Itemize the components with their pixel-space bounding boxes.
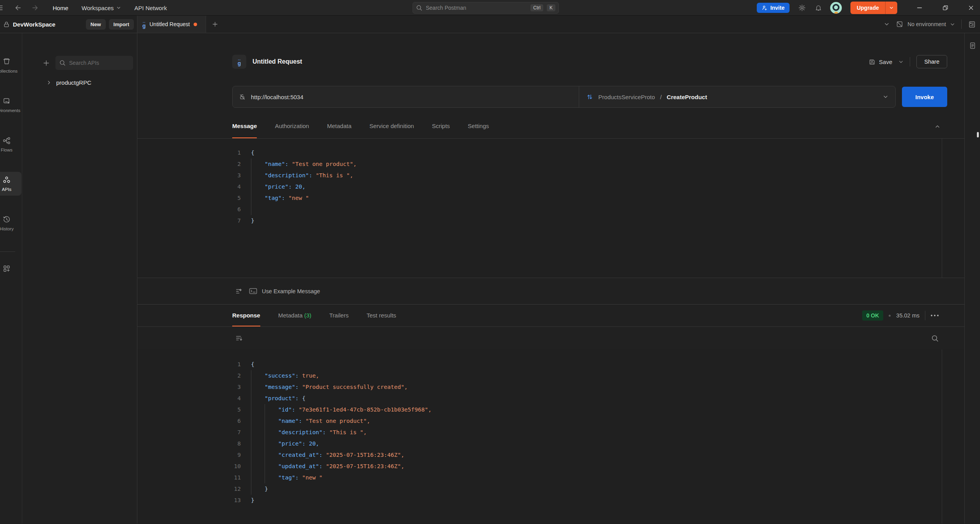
app-topbar: Home Workspaces API Network Search Postm… <box>0 0 980 16</box>
code-line: 4 "product": { <box>232 393 947 404</box>
beautify-icon[interactable] <box>235 287 243 295</box>
tree-item-label: productgRPC <box>56 79 91 86</box>
rail-item-apis[interactable]: APIs <box>0 172 21 196</box>
code-line: 5 "id": "7e3e61f1-1ed4-47cb-852b-cb1b03e… <box>232 404 947 415</box>
window-restore-icon[interactable] <box>942 4 949 11</box>
workspace-name[interactable]: DevWorkSpace <box>13 21 55 28</box>
search-icon <box>59 60 66 66</box>
environment-selector[interactable]: No environment <box>896 20 955 28</box>
message-editor[interactable]: 1{2 "name": "Test one product",3 "descri… <box>137 139 964 278</box>
line-number: 8 <box>232 438 241 449</box>
line-number: 2 <box>232 159 241 170</box>
tab-scripts[interactable]: Scripts <box>432 114 450 138</box>
line-number: 1 <box>232 359 241 370</box>
rail-item-collections[interactable]: Collections <box>0 53 21 77</box>
method-chevron-icon[interactable] <box>883 94 888 100</box>
tab-test-results[interactable]: Test results <box>366 305 396 326</box>
tab-service-definition[interactable]: Service definition <box>369 114 414 138</box>
settings-gear-icon[interactable] <box>798 4 806 12</box>
line-number: 12 <box>232 483 241 495</box>
search-icon <box>416 5 422 11</box>
use-example-message-button[interactable]: Use Example Message <box>249 288 320 294</box>
upgrade-button[interactable]: Upgrade <box>850 2 897 14</box>
request-pane: ↔g Untitled Request Save Share <box>137 33 964 524</box>
back-arrow-icon[interactable] <box>14 4 21 12</box>
service-name: ProductsServiceProto <box>598 94 655 100</box>
code-line: 11 "tag": "new " <box>232 472 947 483</box>
invite-button[interactable]: Invite <box>757 3 790 13</box>
nav-home[interactable]: Home <box>53 5 68 11</box>
workspace-header: DevWorkSpace New Import <box>0 16 137 33</box>
line-number: 7 <box>232 215 241 226</box>
new-tab-button[interactable] <box>206 16 224 33</box>
tab-message[interactable]: Message <box>232 114 257 138</box>
environments-icon <box>2 97 11 105</box>
code-line: 7} <box>232 215 947 226</box>
new-button[interactable]: New <box>86 19 106 30</box>
insecure-lock-icon <box>239 93 246 100</box>
collections-icon <box>2 57 11 66</box>
share-button[interactable]: Share <box>916 55 947 68</box>
method-selector[interactable]: ProductsServiceProto / CreateProduct <box>579 86 895 107</box>
request-tab[interactable]: ↔g Untitled Request <box>137 16 206 33</box>
notifications-bell-icon[interactable] <box>815 4 822 12</box>
rail-item-flows[interactable]: Flows <box>0 132 21 156</box>
server-url-input[interactable]: http://localhost:5034 <box>233 86 579 107</box>
search-response-icon[interactable] <box>931 335 939 342</box>
configure-sidebar-icon[interactable] <box>0 263 21 274</box>
tab-settings[interactable]: Settings <box>468 114 489 138</box>
forward-arrow-icon[interactable] <box>32 4 39 12</box>
tree-item-productgrpc[interactable]: productgRPC <box>22 75 137 90</box>
response-editor[interactable]: 1{2 "success": true,3 "message": "Produc… <box>137 349 964 524</box>
code-line: 10 "updated_at": "2025-07-15T16:23:46Z", <box>232 461 947 472</box>
window-minimize-icon[interactable] <box>916 4 923 11</box>
scrollbar-thumb[interactable] <box>977 132 979 137</box>
upgrade-chevron-icon[interactable] <box>885 2 897 14</box>
request-tabstrip: ↔g Untitled Request No environment <box>137 16 980 33</box>
rail-item-history[interactable]: History <box>0 211 21 235</box>
shortcut-k: K <box>547 4 555 11</box>
sidebar-search-input[interactable]: Search APIs <box>55 56 133 70</box>
request-title[interactable]: Untitled Request <box>253 58 302 65</box>
global-search-input[interactable]: Search Postman Ctrl K <box>413 2 559 14</box>
more-options-icon[interactable] <box>931 315 939 316</box>
line-number: 2 <box>232 370 241 381</box>
unsaved-dot-icon <box>194 23 197 26</box>
tab-authorization[interactable]: Authorization <box>275 114 309 138</box>
history-icon <box>2 215 11 224</box>
collapse-section-chevron-icon[interactable] <box>935 124 940 129</box>
environment-quick-look-icon[interactable] <box>968 20 976 29</box>
tab-list-chevron-icon[interactable] <box>884 21 889 27</box>
tab-response[interactable]: Response <box>232 305 260 326</box>
search-placeholder: Search Postman <box>426 5 527 11</box>
tab-metadata[interactable]: Metadata <box>327 114 352 138</box>
nav-workspaces[interactable]: Workspaces <box>82 5 121 11</box>
user-avatar[interactable] <box>830 2 842 14</box>
chevron-down-icon <box>116 5 121 10</box>
invoke-button[interactable]: Invoke <box>902 87 947 107</box>
save-button[interactable]: Save <box>869 59 892 65</box>
nav-api-network[interactable]: API Network <box>134 5 167 11</box>
environment-label: No environment <box>907 21 946 27</box>
documentation-icon[interactable] <box>969 42 976 50</box>
tab-response-metadata[interactable]: Metadata (3) <box>278 305 311 326</box>
chevron-right-icon <box>46 80 52 85</box>
server-url: http://localhost:5034 <box>251 94 303 100</box>
main-menu-icon[interactable] <box>0 4 4 12</box>
code-line: 3 "description": "This is ", <box>232 170 947 181</box>
add-api-button[interactable] <box>43 59 50 67</box>
line-number: 10 <box>232 461 241 472</box>
rail-item-environments[interactable]: Environments <box>0 93 21 117</box>
line-number: 11 <box>232 472 241 483</box>
format-lines-icon[interactable] <box>235 334 243 342</box>
save-options-chevron-icon[interactable] <box>898 59 904 64</box>
response-time: 35.02 ms <box>896 312 920 319</box>
shortcut-ctrl: Ctrl <box>530 4 543 11</box>
import-button[interactable]: Import <box>109 19 134 30</box>
tab-trailers[interactable]: Trailers <box>329 305 349 326</box>
response-tabs: Response Metadata (3) Trailers Test resu… <box>137 305 964 327</box>
code-line: 2 "name": "Test one product", <box>232 159 947 170</box>
line-number: 13 <box>232 495 241 506</box>
window-close-icon[interactable] <box>968 4 975 11</box>
code-line: 4 "price": 20, <box>232 181 947 192</box>
